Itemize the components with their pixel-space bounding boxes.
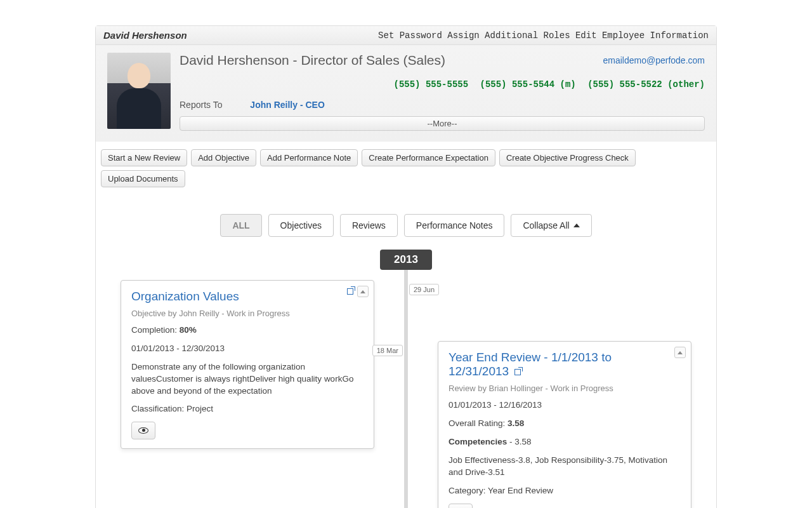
card-title[interactable]: Organization Values: [131, 290, 363, 304]
filter-objectives-button[interactable]: Objectives: [268, 214, 334, 237]
card-collapse-button[interactable]: [674, 347, 686, 358]
add-objective-button[interactable]: Add Objective: [191, 149, 256, 166]
create-expectation-button[interactable]: Create Performance Expectation: [362, 149, 495, 166]
profile-email-link[interactable]: emaildemo@perfode.com: [603, 55, 705, 65]
overall-rating-label: Overall Rating:: [449, 418, 508, 428]
card-subtitle: Objective by John Reilly - Work in Progr…: [131, 309, 363, 318]
action-buttons-row: Start a New Review Add Objective Add Per…: [96, 141, 716, 195]
card-category: Category: Year End Review: [449, 485, 681, 497]
date-flag: 29 Jun: [409, 284, 439, 295]
upload-documents-button[interactable]: Upload Documents: [101, 170, 185, 187]
view-button[interactable]: [449, 504, 473, 508]
create-progress-check-button[interactable]: Create Objective Progress Check: [499, 149, 636, 166]
timeline: 2013 29 Jun Organization Values Objectiv…: [96, 250, 716, 508]
edit-employee-link[interactable]: Edit Employee Information: [575, 30, 709, 41]
date-flag: 18 Mar: [372, 345, 403, 356]
reports-to-label: Reports To: [180, 100, 222, 110]
collapse-all-label: Collapse All: [523, 220, 569, 231]
completion-label: Completion:: [131, 325, 180, 335]
year-badge: 2013: [380, 250, 432, 270]
collapse-all-button[interactable]: Collapse All: [511, 214, 591, 237]
start-review-button[interactable]: Start a New Review: [101, 149, 187, 166]
more-toggle-button[interactable]: --More--: [180, 116, 705, 131]
overall-rating-value: 3.58: [508, 418, 524, 428]
phone-main: (555) 555-5555: [393, 79, 468, 90]
topbar-actions: Set Password Assign Additional Roles Edi…: [378, 30, 709, 41]
phones-row: (555) 555-5555 (555) 555-5544 (m) (555) …: [180, 79, 705, 90]
popout-icon[interactable]: [514, 369, 521, 375]
competencies-label: Competencies: [449, 437, 507, 446]
filter-row: ALL Objectives Reviews Performance Notes…: [96, 195, 716, 250]
topbar: David Hershenson Set Password Assign Add…: [96, 26, 716, 45]
caret-up-icon: [678, 351, 683, 354]
competencies-breakdown: Job Effectiveness-3.8, Job Responsibilit…: [449, 455, 681, 479]
completion-value: 80%: [180, 325, 197, 335]
profile-header: David Hershenson - Director of Sales (Sa…: [96, 45, 716, 141]
topbar-employee-name: David Hershenson: [103, 30, 187, 41]
caret-up-icon: [573, 224, 580, 227]
card-date-range: 01/01/2013 - 12/16/2013: [449, 399, 681, 411]
set-password-link[interactable]: Set Password: [378, 30, 442, 41]
reports-to-link[interactable]: John Reilly - CEO: [250, 100, 324, 110]
phone-other: (555) 555-5522 (other): [587, 79, 705, 90]
card-subtitle: Review by Brian Hollinger - Work in Prog…: [449, 384, 681, 393]
phone-mobile: (555) 555-5544 (m): [480, 79, 576, 90]
profile-title: David Hershenson - Director of Sales (Sa…: [180, 53, 445, 68]
competencies-value: - 3.58: [507, 437, 531, 446]
caret-up-icon: [360, 290, 365, 293]
card-title[interactable]: Year End Review - 1/1/2013 to 12/31/2013: [449, 351, 681, 378]
filter-all-button[interactable]: ALL: [220, 214, 261, 237]
filter-notes-button[interactable]: Performance Notes: [404, 214, 505, 237]
popout-icon[interactable]: [347, 287, 353, 297]
filter-reviews-button[interactable]: Reviews: [340, 214, 398, 237]
card-collapse-button[interactable]: [357, 286, 369, 297]
add-performance-note-button[interactable]: Add Performance Note: [260, 149, 358, 166]
assign-roles-link[interactable]: Assign Additional Roles: [447, 30, 570, 41]
timeline-card-review: Year End Review - 1/1/2013 to 12/31/2013…: [438, 341, 691, 508]
avatar: [107, 53, 171, 129]
